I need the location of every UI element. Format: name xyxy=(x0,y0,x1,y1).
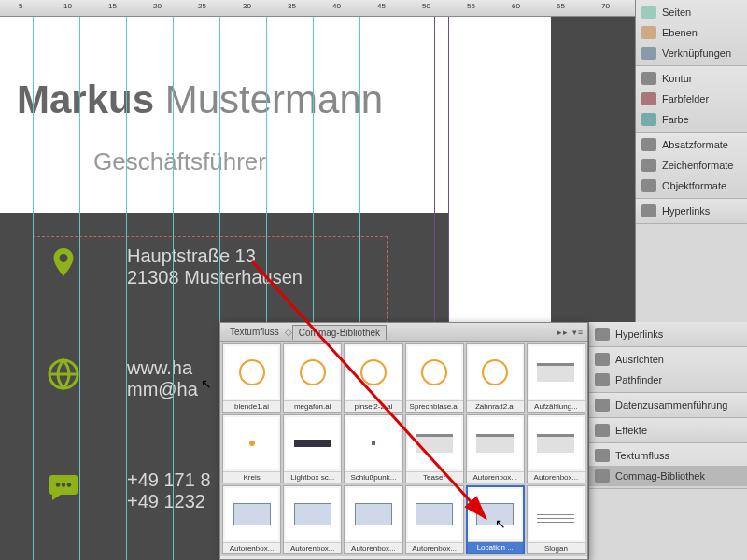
panel-icon xyxy=(641,113,656,126)
panel-label: Seiten xyxy=(662,7,691,18)
library-item[interactable]: Slogan xyxy=(527,485,585,554)
panel-label: Zeichenformate xyxy=(662,160,733,171)
panel-item[interactable]: Absatzformate xyxy=(636,134,747,155)
phone2: +49 1232 xyxy=(127,491,211,512)
panel-item[interactable]: Datenzusammenführung xyxy=(589,395,747,415)
library-panel[interactable]: Textumfluss ◇ Commag-Bibliothek ▸▸ ▾≡ bl… xyxy=(219,322,588,560)
panel-icon xyxy=(595,469,610,483)
library-item[interactable]: Sprechblase.ai xyxy=(405,343,464,413)
library-item-label: Slogan xyxy=(528,542,585,553)
library-item[interactable]: Autorenbox... xyxy=(466,414,525,483)
address-line2: 21308 Musterhausen xyxy=(127,267,303,288)
card-name[interactable]: Markus Mustermann xyxy=(17,77,383,122)
library-grid[interactable]: blende1.aimegafon.aipinsel2-2.aiSprechbl… xyxy=(220,342,587,556)
library-item-label: Aufzählung... xyxy=(528,400,585,412)
panel-label: Textumfluss xyxy=(615,450,669,461)
panel-label: Verknüpfungen xyxy=(662,48,731,59)
email: mm@ha xyxy=(127,379,198,400)
library-item-label: Autorenbox... xyxy=(223,542,280,553)
panel-label: Pathfinder xyxy=(615,374,662,385)
library-item[interactable]: megafon.ai xyxy=(283,343,342,413)
library-item[interactable]: Kreis xyxy=(222,414,281,483)
panel-item[interactable]: Pathfinder xyxy=(589,370,747,390)
panels-dock-right-lower[interactable]: HyperlinksAusrichtenPathfinderDatenzusam… xyxy=(588,322,747,560)
library-item[interactable]: Lightbox sc... xyxy=(283,414,342,483)
library-item[interactable]: Autorenbox... xyxy=(222,485,281,554)
panel-icon xyxy=(641,6,656,19)
panel-label: Hyperlinks xyxy=(615,329,663,340)
svg-point-3 xyxy=(67,483,72,487)
library-item[interactable]: Autorenbox... xyxy=(527,414,585,483)
panel-item[interactable]: Hyperlinks xyxy=(589,324,747,344)
panel-item[interactable]: Commag-Bibliothek xyxy=(589,466,747,486)
contact-address[interactable]: Hauptstraße 13 21308 Musterhausen xyxy=(47,245,303,288)
library-item-label: pinsel2-2.ai xyxy=(345,400,402,412)
speech-icon xyxy=(47,469,80,503)
panel-icon xyxy=(641,72,656,85)
library-item-label: Schlußpunk... xyxy=(345,471,402,483)
library-item[interactable]: Schlußpunk... xyxy=(344,414,402,483)
panel-item[interactable]: Kontur xyxy=(636,68,747,89)
panel-label: Farbfelder xyxy=(662,93,709,105)
panel-label: Kontur xyxy=(662,73,692,84)
panel-icon xyxy=(595,373,610,386)
svg-point-2 xyxy=(62,483,66,487)
library-item-label: Sprechblase.ai xyxy=(406,400,463,412)
library-item[interactable]: Autorenbox... xyxy=(344,485,402,554)
panel-item[interactable]: Zeichenformate xyxy=(636,155,747,175)
panel-item[interactable]: Hyperlinks xyxy=(636,201,747,221)
panel-label: Datenzusammenführung xyxy=(615,399,727,411)
library-item[interactable]: Zahnrad2.ai xyxy=(466,343,525,413)
library-item-label: Kreis xyxy=(223,471,280,483)
library-item-label: Teaser xyxy=(406,471,463,483)
library-item[interactable]: pinsel2-2.ai xyxy=(344,343,402,413)
panel-label: Commag-Bibliothek xyxy=(615,470,705,482)
panel-item[interactable]: Farbe xyxy=(636,109,747,130)
panel-controls[interactable]: ▸▸ ▾≡ xyxy=(557,328,584,337)
ruler-horizontal[interactable]: 510152025303540455055606570 xyxy=(0,0,635,17)
panel-item[interactable]: Ebenen xyxy=(636,22,747,43)
library-item[interactable]: Location ... xyxy=(466,485,525,554)
panel-icon xyxy=(641,204,656,217)
panel-icon xyxy=(595,399,610,412)
library-item[interactable]: Autorenbox... xyxy=(283,485,342,554)
panel-item[interactable]: Seiten xyxy=(636,2,747,22)
library-item-label: Autorenbox... xyxy=(345,542,402,553)
library-item[interactable]: blende1.ai xyxy=(222,343,281,413)
library-tabs[interactable]: Textumfluss ◇ Commag-Bibliothek ▸▸ ▾≡ xyxy=(220,323,587,342)
library-item-label: Autorenbox... xyxy=(467,471,524,483)
panel-label: Farbe xyxy=(662,114,689,125)
globe-icon xyxy=(47,357,80,391)
tab-textumfluss[interactable]: Textumfluss xyxy=(224,325,285,339)
library-item-label: Autorenbox... xyxy=(284,542,341,553)
panel-icon xyxy=(595,424,610,437)
library-item-label: Autorenbox... xyxy=(406,542,463,553)
first-name: Markus xyxy=(17,77,154,121)
library-item-label: Zahnrad2.ai xyxy=(467,400,524,412)
pin-icon xyxy=(47,245,80,279)
panel-label: Ausrichten xyxy=(615,354,664,365)
library-item[interactable]: Aufzählung... xyxy=(527,343,585,413)
panel-item[interactable]: Ausrichten xyxy=(589,349,747,370)
panel-label: Effekte xyxy=(615,425,647,436)
panel-item[interactable]: Objektformate xyxy=(636,175,747,196)
panel-item[interactable]: Textumfluss xyxy=(589,445,747,466)
last-name: Mustermann xyxy=(165,77,383,121)
card-job-title[interactable]: Geschäftsführer xyxy=(93,147,266,176)
contact-web[interactable]: www.ha mm@ha xyxy=(47,357,198,400)
panel-item[interactable]: Verknüpfungen xyxy=(636,43,747,63)
panel-label: Absatzformate xyxy=(662,139,728,150)
tab-commag-bibliothek[interactable]: Commag-Bibliothek xyxy=(292,325,387,340)
panel-icon xyxy=(595,449,610,462)
panel-icon xyxy=(595,353,610,366)
library-item[interactable]: Teaser xyxy=(405,414,464,483)
address-line1: Hauptstraße 13 xyxy=(127,245,303,267)
panel-item[interactable]: Effekte xyxy=(589,420,747,441)
panel-icon xyxy=(641,138,656,151)
library-item[interactable]: Autorenbox... xyxy=(405,485,464,554)
phone1: +49 171 8 xyxy=(127,469,211,491)
panel-label: Ebenen xyxy=(662,27,698,38)
panel-item[interactable]: Farbfelder xyxy=(636,89,747,109)
contact-phone[interactable]: +49 171 8 +49 1232 xyxy=(47,469,211,512)
library-item-label: blende1.ai xyxy=(223,400,280,412)
